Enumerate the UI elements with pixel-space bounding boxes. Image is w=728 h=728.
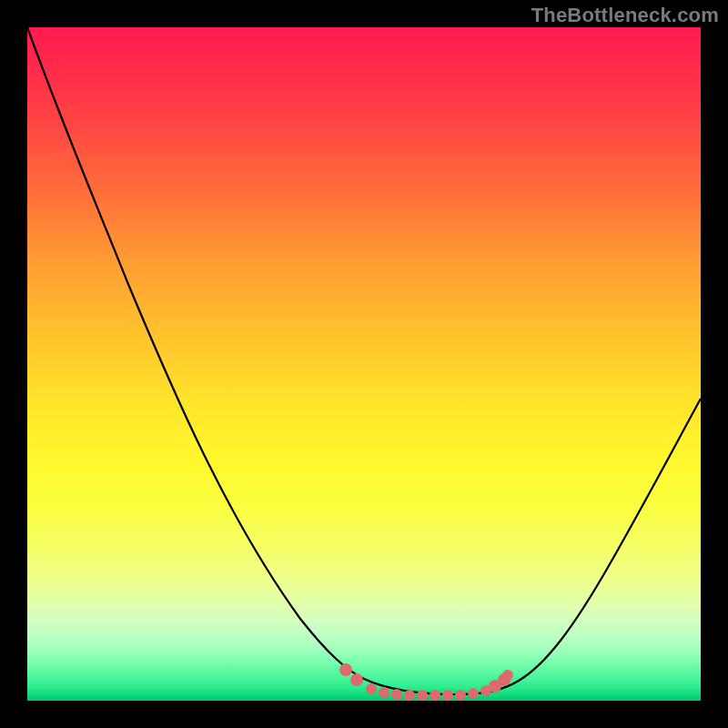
svg-point-9 bbox=[455, 690, 466, 701]
svg-point-6 bbox=[417, 690, 428, 701]
watermark-text: TheBottleneck.com bbox=[531, 4, 719, 27]
svg-point-5 bbox=[404, 690, 415, 701]
svg-point-0 bbox=[339, 663, 352, 676]
svg-point-2 bbox=[366, 683, 377, 694]
chart-frame: TheBottleneck.com bbox=[0, 0, 728, 728]
curve-path bbox=[27, 27, 701, 694]
bottleneck-curve bbox=[27, 27, 701, 701]
svg-point-10 bbox=[468, 688, 479, 699]
svg-point-14 bbox=[502, 670, 513, 681]
svg-point-7 bbox=[430, 690, 440, 701]
svg-point-8 bbox=[442, 690, 453, 701]
svg-point-1 bbox=[350, 673, 363, 686]
flat-region-points bbox=[339, 663, 513, 701]
svg-point-3 bbox=[379, 687, 389, 698]
svg-point-4 bbox=[391, 689, 402, 700]
